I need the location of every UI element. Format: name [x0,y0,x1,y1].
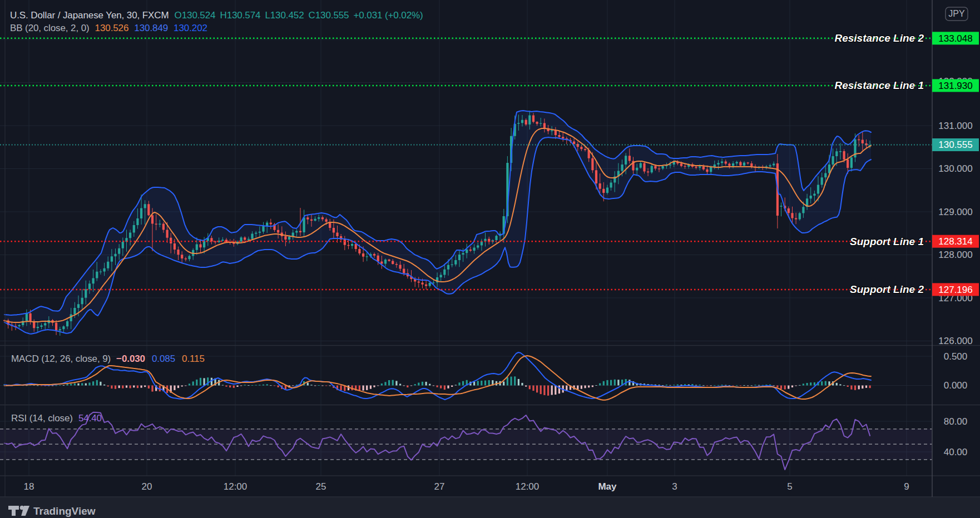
svg-text:130.000: 130.000 [938,163,972,174]
svg-text:9: 9 [904,481,909,492]
svg-text:40.00: 40.00 [944,447,968,457]
svg-text:80.00: 80.00 [944,416,968,427]
svg-text:TradingView: TradingView [33,505,96,517]
svg-text:3: 3 [672,481,677,492]
svg-text:Support Line 2: Support Line 2 [850,283,924,295]
svg-text:Resistance Line 1: Resistance Line 1 [834,79,924,91]
svg-text:Resistance Line 2: Resistance Line 2 [834,32,924,44]
svg-text:18: 18 [24,481,34,492]
svg-text:5: 5 [787,481,792,492]
svg-text:133.048: 133.048 [938,33,972,44]
svg-text:27: 27 [434,481,445,492]
svg-text:128.314: 128.314 [938,236,972,247]
svg-text:Support Line 1: Support Line 1 [850,236,924,247]
svg-text:0.500: 0.500 [944,351,968,362]
svg-text:126.000: 126.000 [938,336,972,346]
svg-text:12:00: 12:00 [224,481,248,492]
svg-text:May: May [598,481,617,492]
svg-text:JPY: JPY [948,9,965,18]
svg-text:131.000: 131.000 [938,121,972,131]
svg-text:130.555: 130.555 [938,140,972,150]
svg-text:RSI (14, close)54.40: RSI (14, close)54.40 [11,413,102,424]
svg-text:0.000: 0.000 [944,380,968,391]
svg-text:129.000: 129.000 [938,207,972,217]
svg-text:12:00: 12:00 [516,481,540,492]
svg-text:20: 20 [142,481,152,492]
svg-text:BB (20, close, 2, 0)130.526130: BB (20, close, 2, 0)130.526130.849130.20… [10,23,207,33]
svg-text:25: 25 [316,481,326,492]
svg-text:127.196: 127.196 [938,285,972,295]
svg-text:128.000: 128.000 [938,250,972,260]
svg-text:131.930: 131.930 [938,81,972,91]
